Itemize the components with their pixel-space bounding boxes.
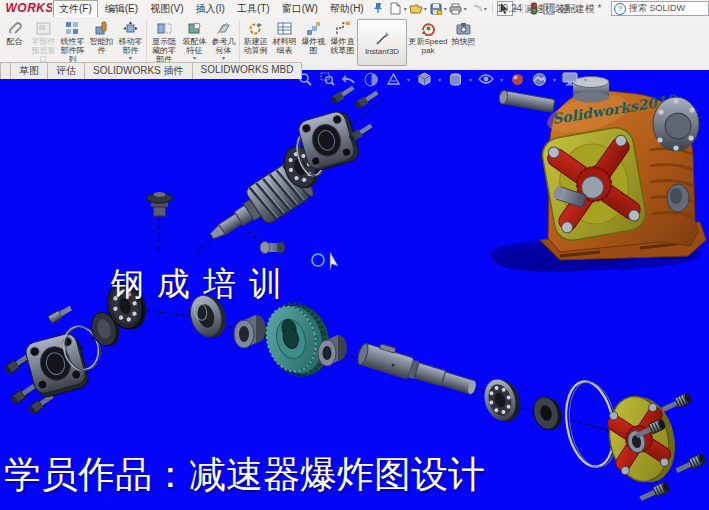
ribbon-button-assembly-features[interactable]: 装配体特征 ▾ — [180, 19, 209, 61]
display-style-icon[interactable] — [447, 71, 463, 87]
dropdown-arrow[interactable]: ▾ — [424, 5, 427, 12]
smart-fasteners-icon — [94, 20, 109, 37]
menu-view[interactable]: 视图(V) — [145, 1, 188, 17]
open-icon[interactable] — [409, 2, 423, 15]
menu-bar: WORKS 文件(F) 编辑(E) 视图(V) 插入(I) 工具(T) 窗口(W… — [0, 0, 709, 18]
explode-line-icon — [335, 20, 350, 37]
rear-bearing-housing[interactable] — [653, 97, 699, 151]
speedpak-icon — [421, 20, 436, 37]
caption-text: 学员作品：减速器爆炸图设计 — [4, 450, 485, 500]
tab-solidworks-mbd[interactable]: SOLIDWORKS MBD — [192, 62, 303, 79]
annotation-view-icon[interactable] — [385, 71, 401, 87]
separator — [492, 3, 493, 14]
tab-sketch[interactable]: 草图 — [10, 62, 48, 79]
dropdown-arrow[interactable]: ▾ — [500, 76, 503, 83]
exploded-view-icon — [306, 20, 321, 37]
exploded-view-scene: Solidworks2010 — [0, 70, 709, 510]
zoom-area-icon[interactable] — [319, 71, 335, 87]
help-icon[interactable]: ? — [614, 3, 626, 15]
heads-up-toolbar: ▾ ▾ ▾ ▾ ▾ ▾ — [297, 71, 587, 87]
assembly-features-icon — [187, 20, 202, 37]
logo-text: WORKS — [2, 1, 52, 15]
ribbon-button-update-speedpak[interactable]: 更新Speedpak — [407, 19, 449, 55]
graphics-area[interactable]: ▾ ▾ ▾ ▾ ▾ ▾ — [0, 70, 709, 510]
dropdown-arrow[interactable]: ▾ — [553, 76, 556, 83]
part-small-plug[interactable] — [260, 242, 285, 254]
dropdown-arrow[interactable]: ▾ — [464, 5, 467, 12]
dropdown-arrow[interactable]: ▾ — [438, 76, 441, 83]
part-bearing-output[interactable] — [480, 375, 525, 427]
menu-edit[interactable]: 编辑(E) — [100, 1, 143, 17]
menu-file[interactable]: 文件(F) — [53, 0, 98, 18]
mate-icon — [7, 20, 22, 37]
tab-evaluate[interactable]: 评估 — [47, 62, 85, 79]
dropdown-arrow[interactable]: ▾ — [444, 5, 447, 12]
bom-icon — [277, 20, 292, 37]
dropdown-arrow[interactable]: ▾ — [469, 76, 472, 83]
print-icon[interactable] — [449, 2, 463, 15]
search-placeholder: 搜索 SOLIDW — [629, 2, 685, 15]
ribbon-button-component-preview: 零部件预览窗口 — [29, 19, 58, 64]
edit-appearance-icon[interactable] — [509, 71, 525, 87]
move-component-icon — [123, 20, 138, 37]
ribbon-button-take-snapshot[interactable]: 拍快照 — [449, 19, 478, 46]
dropdown-arrow[interactable]: ▾ — [404, 5, 407, 12]
search-box[interactable]: ? 搜索 SOLIDW — [611, 1, 709, 16]
command-manager-tabs: 草图 评估 SOLIDWORKS 插件 SOLIDWORKS MBD — [0, 62, 301, 79]
ribbon-button-new-motion-study[interactable]: 新建运动算例 — [241, 19, 270, 55]
instant3d-icon — [374, 30, 390, 47]
menu-help[interactable]: 帮助(H) — [325, 1, 369, 17]
menu-window[interactable]: 窗口(W) — [277, 1, 323, 17]
ribbon-button-smart-fasteners[interactable]: 智能扣件 — [87, 19, 116, 55]
flyout-arrow[interactable]: ▾ — [129, 55, 132, 61]
show-hidden-icon — [157, 20, 172, 37]
reference-geometry-icon — [216, 20, 231, 37]
apply-scene-icon[interactable] — [531, 71, 547, 87]
watermark-text: 钢成培训 — [111, 262, 295, 307]
part-output-shaft[interactable] — [356, 338, 480, 398]
menu-insert[interactable]: 插入(I) — [190, 1, 229, 17]
section-view-icon[interactable] — [363, 71, 379, 87]
hide-show-items-icon[interactable] — [478, 71, 494, 87]
dropdown-arrow[interactable]: ▾ — [484, 5, 487, 12]
component-preview-icon — [36, 20, 51, 37]
new-document-icon[interactable] — [389, 2, 403, 15]
tab-solidworks-addins[interactable]: SOLIDWORKS 插件 — [84, 62, 193, 79]
dropdown-arrow[interactable]: ▾ — [407, 76, 410, 83]
part-bushing[interactable] — [234, 315, 266, 348]
solidworks-logo: WORKS — [0, 1, 52, 16]
motion-study-icon — [248, 20, 263, 37]
ribbon-button-instant3d[interactable]: Instant3D — [357, 19, 407, 66]
ribbon-button-explode-line-sketch[interactable]: 爆炸直线草图 — [328, 19, 357, 55]
input-shaft[interactable] — [498, 90, 555, 113]
flyout-arrow[interactable]: ▾ — [193, 55, 196, 61]
separator — [146, 20, 147, 64]
ribbon-button-bill-of-materials[interactable]: 材料明细表 — [270, 19, 299, 55]
part-oil-plug[interactable] — [147, 192, 173, 216]
menu-tools[interactable]: 工具(T) — [232, 1, 275, 17]
dropdown-arrow[interactable]: ▾ — [584, 76, 587, 83]
side-plug[interactable] — [667, 184, 689, 212]
ribbon-button-reference-geometry[interactable]: 参考几何体 ▾ — [209, 19, 238, 61]
separator — [239, 20, 240, 64]
undo-icon[interactable] — [469, 2, 483, 15]
part-seal-output[interactable] — [530, 393, 565, 434]
ribbon-button-mate[interactable]: 配合 — [0, 19, 29, 46]
view-settings-icon[interactable] — [562, 71, 578, 87]
ribbon-button-exploded-view[interactable]: 爆炸视图 — [299, 19, 328, 55]
part-hex-bolt[interactable] — [48, 305, 73, 324]
solidworks-window: WORKS 文件(F) 编辑(E) 视图(V) 插入(I) 工具(T) 窗口(W… — [0, 0, 709, 510]
flyout-arrow[interactable]: ▾ — [222, 55, 225, 61]
rotate-cursor-icon — [312, 252, 338, 270]
pin-icon[interactable] — [373, 2, 383, 16]
snapshot-icon — [456, 20, 471, 37]
document-title: 10.24 减速机装配建模 * — [497, 2, 601, 16]
save-icon[interactable] — [429, 2, 443, 15]
previous-view-icon[interactable] — [341, 71, 357, 87]
ribbon-button-move-component[interactable]: 移动零部件 ▾ — [116, 19, 145, 61]
linear-pattern-icon — [65, 20, 80, 37]
assembled-gearbox[interactable]: Solidworks2010 — [490, 77, 706, 273]
view-orientation-icon[interactable] — [416, 71, 432, 87]
front-cover-plate[interactable] — [540, 125, 649, 243]
